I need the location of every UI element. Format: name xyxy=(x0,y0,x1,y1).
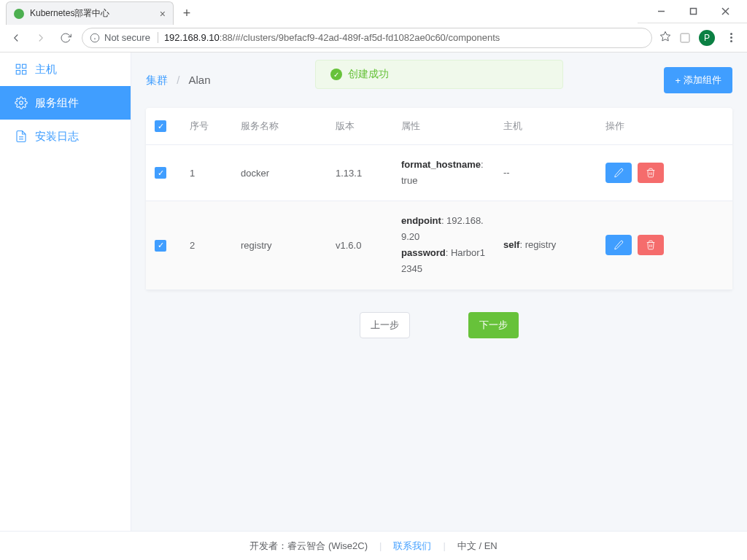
bookmark-button[interactable] xyxy=(659,31,671,44)
profile-avatar[interactable]: P xyxy=(699,30,715,46)
maximize-button[interactable] xyxy=(677,1,709,22)
reload-button[interactable] xyxy=(57,29,74,47)
forward-button[interactable] xyxy=(32,29,50,47)
new-tab-button[interactable]: + xyxy=(177,3,197,23)
svg-marker-7 xyxy=(660,31,670,41)
close-tab-icon[interactable]: × xyxy=(160,8,166,20)
minimize-button[interactable] xyxy=(645,1,677,22)
browser-toolbar: Not secure 192.168.9.10:88/#/clusters/9b… xyxy=(0,23,747,52)
security-indicator[interactable]: Not secure xyxy=(90,32,158,43)
back-button[interactable] xyxy=(7,29,25,47)
extension-icon[interactable] xyxy=(678,31,692,44)
insecure-label: Not secure xyxy=(104,32,150,43)
tab-title: Kubernetes部署中心 xyxy=(30,7,154,20)
browser-tab[interactable]: Kubernetes部署中心 × xyxy=(6,1,174,25)
close-window-button[interactable] xyxy=(709,1,741,22)
info-icon xyxy=(90,33,100,43)
browser-tabbar: Kubernetes部署中心 × + xyxy=(0,0,638,26)
svg-rect-1 xyxy=(690,9,696,15)
browser-menu-button[interactable] xyxy=(722,29,740,47)
address-bar[interactable]: Not secure 192.168.9.10:88/#/clusters/9b… xyxy=(82,28,652,48)
favicon-icon xyxy=(14,9,24,19)
svg-rect-8 xyxy=(681,34,689,42)
url-text: 192.168.9.10:88/#/clusters/9befacf9-42ad… xyxy=(164,32,500,43)
